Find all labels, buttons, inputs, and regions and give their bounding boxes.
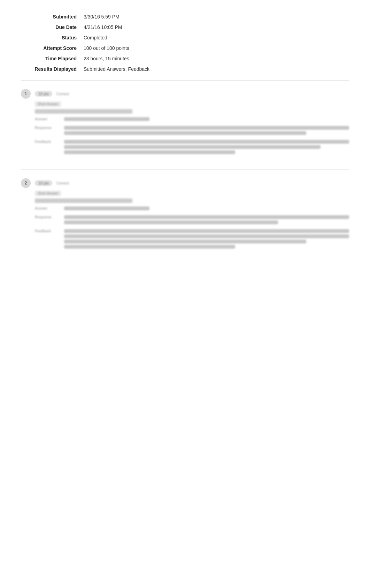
results-displayed-value: Submitted Answers, Feedback — [84, 66, 149, 72]
q2-status: Correct — [56, 181, 69, 185]
q1-feedback-line-1 — [64, 140, 349, 144]
q1-header-row: 1 10 pts Correct — [21, 89, 349, 99]
q2-answer-label: Answer — [35, 206, 59, 210]
info-table: Submitted 3/30/16 5:59 PM Due Date 4/21/… — [21, 14, 349, 72]
q1-feedback-row: Feedback — [35, 140, 349, 156]
submitted-row: Submitted 3/30/16 5:59 PM — [21, 14, 349, 20]
status-row: Status Completed — [21, 35, 349, 40]
q2-type-row: Short Answer — [35, 190, 349, 196]
section-divider — [21, 80, 349, 81]
status-label: Status — [21, 35, 84, 40]
q1-points: 10 pts — [35, 91, 52, 97]
q2-answer-line-1 — [64, 206, 149, 210]
q2-answer-row: Answer — [35, 206, 349, 212]
q1-answer-label: Answer — [35, 117, 59, 121]
q2-feedback-line-1 — [64, 229, 349, 233]
q2-response-label: Response — [35, 215, 59, 219]
q1-question-text — [35, 109, 132, 114]
q2-feedback-label: Feedback — [35, 229, 59, 233]
question-1-section: 1 10 pts Correct Short Answer Answer Res… — [21, 89, 349, 156]
q1-body: Answer Response Feedback — [35, 109, 349, 156]
question-2-section: 2 10 pts Correct Short Answer Answer Res… — [21, 178, 349, 250]
q2-response-line-1 — [64, 215, 349, 219]
attempt-score-value: 100 out of 100 points — [84, 45, 129, 51]
q1-number: 1 — [25, 91, 27, 96]
q2-answer-value — [64, 206, 349, 212]
q2-number: 2 — [25, 181, 27, 186]
q2-response-row: Response — [35, 215, 349, 226]
time-elapsed-row: Time Elapsed 23 hours, 15 minutes — [21, 56, 349, 61]
q1-type-row: Short Answer — [35, 101, 349, 106]
q2-response-value — [64, 215, 349, 226]
q2-response-line-2 — [64, 220, 278, 224]
due-date-label: Due Date — [21, 24, 84, 30]
attempt-score-label: Attempt Score — [21, 45, 84, 51]
q2-feedback-line-2 — [64, 234, 349, 238]
q1-response-row: Response — [35, 126, 349, 136]
submitted-value: 3/30/16 5:59 PM — [84, 14, 120, 20]
due-date-row: Due Date 4/21/16 10:05 PM — [21, 24, 349, 30]
q2-feedback-line-4 — [64, 245, 235, 249]
q1-feedback-value — [64, 140, 349, 156]
q1-response-line-2 — [64, 131, 306, 135]
q1-answer-value — [64, 117, 349, 122]
q2-points: 10 pts — [35, 180, 52, 186]
status-value: Completed — [84, 35, 107, 40]
q1-response-line-1 — [64, 126, 349, 130]
q2-header-row: 2 10 pts Correct — [21, 178, 349, 188]
q1-response-value — [64, 126, 349, 136]
q2-answer-table: Answer Response Feedback — [35, 206, 349, 250]
time-elapsed-label: Time Elapsed — [21, 56, 84, 61]
q2-feedback-row: Feedback — [35, 229, 349, 250]
q1-number-circle: 1 — [21, 89, 31, 99]
time-elapsed-value: 23 hours, 15 minutes — [84, 56, 129, 61]
q2-question-text — [35, 198, 132, 203]
section-divider-2 — [21, 169, 349, 170]
q1-response-label: Response — [35, 126, 59, 130]
q1-feedback-line-2 — [64, 145, 321, 149]
page-container: Submitted 3/30/16 5:59 PM Due Date 4/21/… — [0, 0, 370, 278]
results-displayed-row: Results Displayed Submitted Answers, Fee… — [21, 66, 349, 72]
q2-body: Answer Response Feedback — [35, 198, 349, 250]
q1-answer-line-1 — [64, 117, 149, 121]
q1-answer-table: Answer Response Feedback — [35, 117, 349, 156]
results-displayed-label: Results Displayed — [21, 66, 84, 72]
q1-status: Correct — [56, 92, 69, 96]
q1-feedback-line-3 — [64, 150, 235, 154]
q2-feedback-value — [64, 229, 349, 250]
q2-feedback-line-3 — [64, 240, 306, 243]
q2-number-circle: 2 — [21, 178, 31, 188]
q1-answer-row: Answer — [35, 117, 349, 122]
q1-feedback-label: Feedback — [35, 140, 59, 144]
q2-type: Short Answer — [35, 191, 61, 196]
attempt-score-row: Attempt Score 100 out of 100 points — [21, 45, 349, 51]
q1-type: Short Answer — [35, 101, 61, 107]
due-date-value: 4/21/16 10:05 PM — [84, 24, 122, 30]
submitted-label: Submitted — [21, 14, 84, 20]
